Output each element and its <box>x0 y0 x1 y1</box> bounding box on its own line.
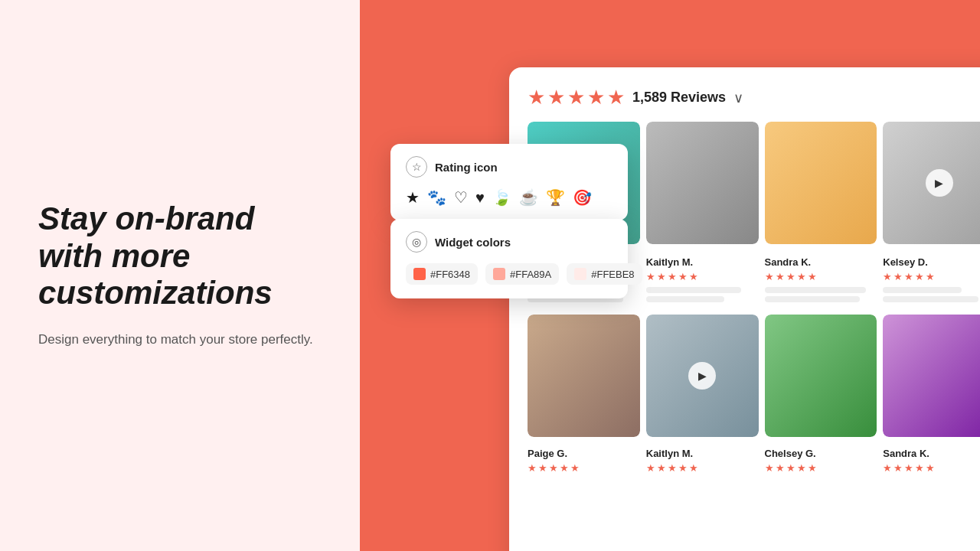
mini-stars: ★ ★ ★ ★ ★ <box>646 271 759 282</box>
icon-opt-heart-fill[interactable]: ♥ <box>475 189 485 207</box>
popup-widget-colors: ◎ Widget colors #FF6348 #FFA89A #FFEBE8 <box>390 219 628 298</box>
reviewer-paige: Paige G. ★ ★ ★ ★ ★ <box>528 445 640 477</box>
reviewer-name: Kelsey D. <box>883 256 980 268</box>
review-bar <box>646 287 742 293</box>
reviewer-name: Sandra K. <box>883 448 980 459</box>
icon-opt-target[interactable]: 🎯 <box>573 188 592 207</box>
star-1: ★ <box>528 86 545 109</box>
swatch-label-1: #FF6348 <box>430 269 470 280</box>
star-5: ★ <box>607 86 625 109</box>
review-bar <box>765 287 866 293</box>
mini-stars: ★ ★ ★ ★ ★ <box>765 462 877 474</box>
left-panel: Stay on-brand with more customizations D… <box>0 0 360 551</box>
right-panel: ★ ★ ★ ★ ★ 1,589 Reviews ∨ ▶ <box>360 0 980 551</box>
swatch-label-2: #FFA89A <box>510 269 551 280</box>
reviewer-kelsey: Kelsey D. ★ ★ ★ ★ ★ <box>883 253 980 305</box>
rating-icon-circle: ☆ <box>406 156 427 178</box>
photo-8[interactable] <box>883 315 980 437</box>
reviewer-name: Sandra K. <box>765 256 877 268</box>
reviewer-name: Kaitlyn M. <box>646 448 759 459</box>
icon-opt-leaf[interactable]: 🍃 <box>492 188 511 207</box>
subtext: Design everything to match your store pe… <box>38 330 322 350</box>
bottom-photo-grid: ▶ <box>528 315 980 437</box>
mini-stars: ★ ★ ★ ★ ★ <box>765 271 877 282</box>
review-bar <box>883 296 978 302</box>
photo-6[interactable]: ▶ <box>646 315 759 437</box>
swatch-dot-2 <box>493 268 505 280</box>
photo-3[interactable] <box>765 122 877 244</box>
rating-text: 1,589 Reviews <box>632 90 726 106</box>
icon-opt-paw[interactable]: 🐾 <box>427 188 446 207</box>
photo-2[interactable] <box>646 122 759 244</box>
photo-5[interactable] <box>528 315 640 437</box>
reviewer-sandra: Sandra K. ★ ★ ★ ★ ★ <box>765 253 877 305</box>
bottom-reviewers: Paige G. ★ ★ ★ ★ ★ Kaitlyn M. ★ ★ ★ ★ ★ <box>528 445 980 477</box>
photo-4[interactable]: ▶ <box>883 122 980 244</box>
swatch-1[interactable]: #FF6348 <box>406 263 478 285</box>
icon-opt-coffee[interactable]: ☕ <box>519 188 538 207</box>
swatch-label-3: #FFEBE8 <box>591 269 634 280</box>
reviewer-chelsey: Chelsey G. ★ ★ ★ ★ ★ <box>765 445 877 477</box>
icon-opt-trophy[interactable]: 🏆 <box>546 188 565 207</box>
color-swatches-row: #FF6348 #FFA89A #FFEBE8 <box>406 263 612 285</box>
review-bar <box>883 287 962 293</box>
review-card: ★ ★ ★ ★ ★ 1,589 Reviews ∨ ▶ <box>509 67 980 551</box>
popup-rating-header: ☆ Rating icon <box>406 156 612 178</box>
star-4: ★ <box>587 86 605 109</box>
reviewer-name: Chelsey G. <box>765 448 877 459</box>
play-button-2[interactable]: ▶ <box>688 362 716 390</box>
reviewer-name: Kaitlyn M. <box>646 256 759 268</box>
photo-7[interactable] <box>765 315 877 437</box>
heading: Stay on-brand with more customizations <box>38 201 322 311</box>
star-2: ★ <box>547 86 565 109</box>
star-3: ★ <box>567 86 585 109</box>
mini-stars: ★ ★ ★ ★ ★ <box>883 271 980 282</box>
mini-stars: ★ ★ ★ ★ ★ <box>646 462 759 474</box>
swatch-2[interactable]: #FFA89A <box>485 263 559 285</box>
reviewer-sandra-2: Sandra K. ★ ★ ★ ★ ★ <box>883 445 980 477</box>
mini-stars: ★ ★ ★ ★ ★ <box>528 462 640 474</box>
swatch-dot-3 <box>574 268 586 280</box>
icon-opt-heart-outline[interactable]: ♡ <box>454 188 468 207</box>
chevron-down-icon[interactable]: ∨ <box>733 90 743 106</box>
icon-opt-star[interactable]: ★ <box>406 188 420 207</box>
play-button[interactable]: ▶ <box>926 169 953 197</box>
main-stars: ★ ★ ★ ★ ★ <box>528 86 625 109</box>
popup-rating-icon: ☆ Rating icon ★ 🐾 ♡ ♥ 🍃 ☕ 🏆 🎯 <box>390 144 628 220</box>
popup-rating-title: Rating icon <box>435 161 498 174</box>
reviewer-kaitlyn-2: Kaitlyn M. ★ ★ ★ ★ ★ <box>646 445 759 477</box>
review-bar <box>646 296 725 302</box>
colors-icon-circle: ◎ <box>406 231 427 253</box>
swatch-dot-1 <box>413 268 426 280</box>
popup-colors-title: Widget colors <box>435 236 511 249</box>
mini-stars: ★ ★ ★ ★ ★ <box>883 462 980 474</box>
rating-header: ★ ★ ★ ★ ★ 1,589 Reviews ∨ <box>528 86 980 109</box>
reviewer-name: Paige G. <box>528 448 640 459</box>
reviewer-kaitlyn: Kaitlyn M. ★ ★ ★ ★ ★ <box>646 253 759 305</box>
review-bar <box>765 296 861 302</box>
swatch-3[interactable]: #FFEBE8 <box>567 263 642 285</box>
icon-options-row: ★ 🐾 ♡ ♥ 🍃 ☕ 🏆 🎯 <box>406 188 612 207</box>
popup-colors-header: ◎ Widget colors <box>406 231 612 253</box>
